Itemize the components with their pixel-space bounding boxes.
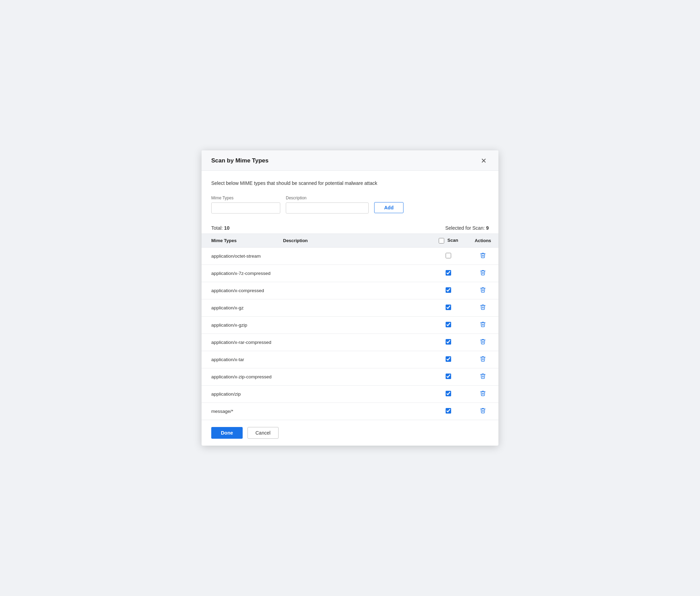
table-row: application/x-rar-compressed xyxy=(202,334,498,351)
description-cell xyxy=(278,368,429,385)
mime-type-group: Mime Types xyxy=(211,196,280,213)
selected-count: Selected for Scan: 9 xyxy=(445,225,489,231)
table-row: application/x-compressed xyxy=(202,282,498,299)
dialog-body: Select below MIME types that should be s… xyxy=(202,171,498,420)
cancel-button[interactable]: Cancel xyxy=(247,427,279,439)
dialog-header: Scan by Mime Types ✕ xyxy=(202,150,498,171)
actions-cell xyxy=(467,334,498,351)
mime-type-cell: application/x-tar xyxy=(202,351,278,368)
mime-types-table-container: Mime Types Description Scan Actions appl… xyxy=(202,234,498,420)
scan-cell xyxy=(429,265,467,282)
scan-cell xyxy=(429,368,467,385)
scan-checkbox[interactable] xyxy=(446,391,451,396)
table-header-row: Mime Types Description Scan Actions xyxy=(202,234,498,247)
delete-button[interactable] xyxy=(478,251,487,261)
table-row: message/* xyxy=(202,403,498,420)
actions-cell xyxy=(467,299,498,316)
mime-type-cell: application/x-rar-compressed xyxy=(202,334,278,351)
description-cell xyxy=(278,334,429,351)
description-cell xyxy=(278,351,429,368)
actions-cell xyxy=(467,351,498,368)
delete-button[interactable] xyxy=(478,355,487,364)
description-input[interactable] xyxy=(286,202,369,213)
close-button[interactable]: ✕ xyxy=(479,157,489,165)
scan-cell xyxy=(429,247,467,265)
col-header-actions: Actions xyxy=(467,234,498,247)
actions-cell xyxy=(467,316,498,334)
mime-type-cell: message/* xyxy=(202,403,278,420)
mime-type-cell: application/x-zip-compressed xyxy=(202,368,278,385)
done-button[interactable]: Done xyxy=(211,427,243,439)
add-button[interactable]: Add xyxy=(374,202,404,213)
delete-button[interactable] xyxy=(478,338,487,347)
table-row: application/x-7z-compressed xyxy=(202,265,498,282)
dialog-footer: Done Cancel xyxy=(202,420,498,446)
description-cell xyxy=(278,403,429,420)
delete-button[interactable] xyxy=(478,320,487,330)
table-row: application/x-gz xyxy=(202,299,498,316)
scan-checkbox[interactable] xyxy=(446,339,451,345)
actions-cell xyxy=(467,265,498,282)
scan-cell xyxy=(429,282,467,299)
mime-type-label: Mime Types xyxy=(211,196,280,200)
description-cell xyxy=(278,299,429,316)
description-cell xyxy=(278,247,429,265)
delete-button[interactable] xyxy=(478,303,487,312)
table-row: application/zip xyxy=(202,385,498,403)
scan-checkbox[interactable] xyxy=(446,287,451,293)
scan-cell xyxy=(429,334,467,351)
scan-cell xyxy=(429,351,467,368)
description-cell xyxy=(278,316,429,334)
table-row: application/x-gzip xyxy=(202,316,498,334)
scan-checkbox[interactable] xyxy=(446,322,451,327)
description-label: Description xyxy=(286,196,369,200)
delete-button[interactable] xyxy=(478,407,487,416)
actions-cell xyxy=(467,385,498,403)
mime-type-cell: application/x-compressed xyxy=(202,282,278,299)
scan-cell xyxy=(429,385,467,403)
mime-type-cell: application/x-gz xyxy=(202,299,278,316)
scan-cell xyxy=(429,299,467,316)
mime-type-cell: application/octet-stream xyxy=(202,247,278,265)
table-row: application/x-tar xyxy=(202,351,498,368)
col-header-desc: Description xyxy=(278,234,429,247)
actions-cell xyxy=(467,247,498,265)
form-row: Mime Types Description Add xyxy=(211,196,489,213)
summary-row: Total: 10 Selected for Scan: 9 xyxy=(211,223,489,234)
scan-checkbox[interactable] xyxy=(446,408,451,414)
table-row: application/x-zip-compressed xyxy=(202,368,498,385)
scan-cell xyxy=(429,403,467,420)
actions-cell xyxy=(467,282,498,299)
dialog-subtitle: Select below MIME types that should be s… xyxy=(211,180,489,186)
table-body: application/octet-streamapplication/x-7z… xyxy=(202,247,498,420)
delete-button[interactable] xyxy=(478,372,487,381)
scan-checkbox[interactable] xyxy=(446,374,451,379)
mime-type-input[interactable] xyxy=(211,202,280,213)
delete-button[interactable] xyxy=(478,389,487,399)
scan-checkbox[interactable] xyxy=(446,356,451,362)
delete-button[interactable] xyxy=(478,269,487,278)
scan-checkbox[interactable] xyxy=(446,305,451,310)
description-cell xyxy=(278,385,429,403)
mime-types-table: Mime Types Description Scan Actions appl… xyxy=(202,234,498,420)
col-header-mime: Mime Types xyxy=(202,234,278,247)
scan-mime-types-dialog: Scan by Mime Types ✕ Select below MIME t… xyxy=(202,150,498,446)
mime-type-cell: application/x-gzip xyxy=(202,316,278,334)
scan-checkbox[interactable] xyxy=(446,253,451,258)
actions-cell xyxy=(467,403,498,420)
mime-type-cell: application/x-7z-compressed xyxy=(202,265,278,282)
select-all-checkbox[interactable] xyxy=(439,238,444,244)
table-row: application/octet-stream xyxy=(202,247,498,265)
dialog-title: Scan by Mime Types xyxy=(211,157,269,164)
mime-type-cell: application/zip xyxy=(202,385,278,403)
scan-checkbox[interactable] xyxy=(446,270,451,276)
scan-cell xyxy=(429,316,467,334)
description-group: Description xyxy=(286,196,369,213)
description-cell xyxy=(278,282,429,299)
actions-cell xyxy=(467,368,498,385)
col-header-scan: Scan xyxy=(429,234,467,247)
total-count: Total: 10 xyxy=(211,225,230,231)
delete-button[interactable] xyxy=(478,286,487,295)
description-cell xyxy=(278,265,429,282)
